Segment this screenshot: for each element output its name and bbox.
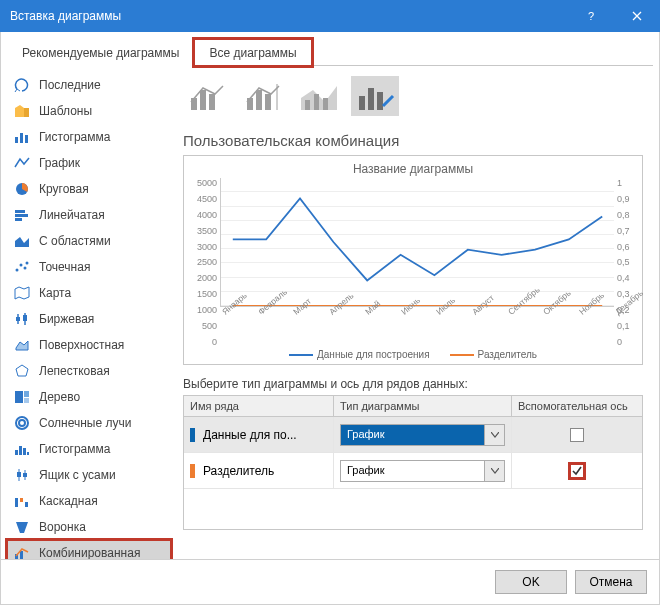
close-button[interactable] xyxy=(614,0,660,32)
category-item-radar[interactable]: Лепестковая xyxy=(7,358,171,384)
category-item-boxwhisker[interactable]: Ящик с усами xyxy=(7,462,171,488)
series-grid: Имя ряда Тип диаграммы Вспомогательная о… xyxy=(183,395,643,530)
svg-text:?: ? xyxy=(588,11,594,21)
legend-series-2: Разделитель xyxy=(478,349,537,360)
svg-rect-17 xyxy=(15,391,23,403)
svg-rect-44 xyxy=(323,98,328,110)
combo-icon xyxy=(13,545,31,559)
svg-rect-2 xyxy=(15,137,18,143)
chart-type-dropdown-2[interactable]: График xyxy=(340,460,505,482)
boxwhisker-icon xyxy=(13,467,31,483)
svg-rect-14 xyxy=(16,317,20,321)
category-label: Биржевая xyxy=(39,312,94,326)
svg-rect-37 xyxy=(209,94,215,110)
tab-recommended[interactable]: Рекомендуемые диаграммы xyxy=(7,39,194,66)
svg-rect-40 xyxy=(265,94,271,110)
svg-rect-45 xyxy=(359,96,365,110)
series-section-label: Выберите тип диаграммы и ось для рядов д… xyxy=(183,377,643,391)
category-item-map[interactable]: Карта xyxy=(7,280,171,306)
window-controls: ? xyxy=(568,0,660,32)
col-series-name: Имя ряда xyxy=(184,396,334,417)
category-item-waterfall[interactable]: Каскадная xyxy=(7,488,171,514)
category-label: Дерево xyxy=(39,390,80,404)
svg-point-12 xyxy=(26,262,29,265)
category-item-recent[interactable]: Последние xyxy=(7,72,171,98)
y-axis-primary: 5000450040003500300025002000150010005000 xyxy=(190,178,220,347)
title-bar: Вставка диаграммы ? xyxy=(0,0,660,32)
category-item-bar[interactable]: Линейчатая xyxy=(7,202,171,228)
svg-rect-29 xyxy=(23,473,27,477)
histogram-icon xyxy=(13,441,31,457)
chevron-down-icon xyxy=(484,461,504,481)
secondary-axis-checkbox-1[interactable] xyxy=(570,428,584,442)
help-button[interactable]: ? xyxy=(568,0,614,32)
svg-point-21 xyxy=(19,420,25,426)
category-label: Карта xyxy=(39,286,71,300)
svg-point-9 xyxy=(16,269,19,272)
category-item-stock[interactable]: Биржевая xyxy=(7,306,171,332)
chart-type-dropdown-1[interactable]: График xyxy=(340,424,505,446)
svg-point-11 xyxy=(24,267,27,270)
dialog-footer: OK Отмена xyxy=(1,559,659,604)
plot-area xyxy=(220,178,614,307)
subtype-clustered-column-line[interactable] xyxy=(183,76,231,116)
svg-point-20 xyxy=(16,417,28,429)
series-row-2[interactable]: Разделитель График xyxy=(184,453,642,489)
secondary-axis-checkbox-2[interactable] xyxy=(570,464,584,478)
svg-rect-19 xyxy=(24,398,29,403)
category-item-funnel[interactable]: Воронка xyxy=(7,514,171,540)
svg-rect-3 xyxy=(20,133,23,143)
category-item-column[interactable]: Гистограмма xyxy=(7,124,171,150)
svg-point-10 xyxy=(20,264,23,267)
category-item-treemap[interactable]: Дерево xyxy=(7,384,171,410)
svg-rect-39 xyxy=(256,90,262,110)
category-item-combo[interactable]: Комбинированная xyxy=(7,540,171,559)
subtype-clustered-column-line-secondary[interactable] xyxy=(239,76,287,116)
subtype-stacked-area-column[interactable] xyxy=(295,76,343,116)
surface-icon xyxy=(13,337,31,353)
treemap-icon xyxy=(13,389,31,405)
chevron-down-icon xyxy=(484,425,504,445)
funnel-icon xyxy=(13,519,31,535)
category-item-templates[interactable]: Шаблоны xyxy=(7,98,171,124)
tab-strip: Рекомендуемые диаграммы Все диаграммы xyxy=(1,32,659,65)
chart-legend: Данные для построения Разделитель xyxy=(190,347,636,360)
svg-rect-24 xyxy=(23,448,26,455)
category-item-histogram[interactable]: Гистограмма xyxy=(7,436,171,462)
line-icon xyxy=(13,155,31,171)
svg-rect-30 xyxy=(15,498,18,507)
category-item-pie[interactable]: Круговая xyxy=(7,176,171,202)
category-item-area[interactable]: С областями xyxy=(7,228,171,254)
tab-all-charts[interactable]: Все диаграммы xyxy=(194,39,311,66)
svg-rect-16 xyxy=(23,315,27,321)
svg-rect-43 xyxy=(314,94,319,110)
column-icon xyxy=(13,129,31,145)
svg-rect-31 xyxy=(20,498,23,502)
category-label: График xyxy=(39,156,80,170)
svg-rect-7 xyxy=(15,214,28,217)
recent-icon xyxy=(13,77,31,93)
series-name-text: Данные для по... xyxy=(203,428,297,442)
chart-preview: Название диаграммы 500045004000350030002… xyxy=(183,155,643,365)
category-label: Воронка xyxy=(39,520,86,534)
series-swatch-icon xyxy=(190,464,195,478)
svg-rect-18 xyxy=(24,391,29,397)
series-row-1[interactable]: Данные для по... График xyxy=(184,417,642,453)
svg-rect-8 xyxy=(15,218,22,221)
radar-icon xyxy=(13,363,31,379)
category-label: Ящик с усами xyxy=(39,468,116,482)
category-item-sunburst[interactable]: Солнечные лучи xyxy=(7,410,171,436)
subtype-custom-combination[interactable] xyxy=(351,76,399,116)
cancel-button[interactable]: Отмена xyxy=(575,570,647,594)
pie-icon xyxy=(13,181,31,197)
category-label: Поверхностная xyxy=(39,338,124,352)
svg-rect-25 xyxy=(27,452,29,455)
category-item-scatter[interactable]: Точечная xyxy=(7,254,171,280)
category-item-surface[interactable]: Поверхностная xyxy=(7,332,171,358)
svg-rect-46 xyxy=(368,88,374,110)
category-label: Гистограмма xyxy=(39,130,110,144)
category-item-line[interactable]: График xyxy=(7,150,171,176)
ok-button[interactable]: OK xyxy=(495,570,567,594)
svg-rect-36 xyxy=(200,90,206,110)
chart-title: Название диаграммы xyxy=(190,162,636,176)
